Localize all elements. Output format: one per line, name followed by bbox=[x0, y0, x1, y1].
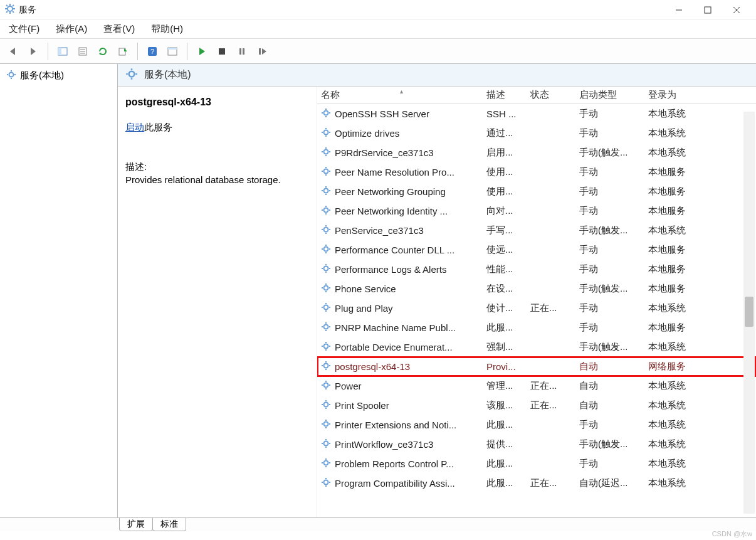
service-desc: Provi... bbox=[483, 361, 527, 372]
service-row[interactable]: Performance Counter DLL ...使远...手动本地服务 bbox=[317, 240, 756, 260]
svg-point-129 bbox=[324, 442, 328, 446]
service-start: 手动(触发... bbox=[575, 147, 644, 159]
gear-icon bbox=[321, 225, 331, 236]
service-start: 手动 bbox=[575, 322, 644, 334]
service-start: 手动 bbox=[575, 244, 644, 256]
service-start: 手动(触发... bbox=[575, 341, 644, 353]
service-row[interactable]: Peer Name Resolution Pro...使用...手动本地服务 bbox=[317, 162, 756, 182]
service-name: Print Spooler bbox=[335, 400, 389, 411]
svg-point-0 bbox=[8, 6, 13, 11]
gear-icon bbox=[321, 458, 331, 470]
service-row[interactable]: Peer Networking Grouping使用...手动本地服务 bbox=[317, 182, 756, 201]
back-button[interactable] bbox=[4, 42, 23, 61]
list-header: ▴名称 描述 状态 启动类型 登录为 bbox=[317, 87, 756, 104]
menu-view[interactable]: 查看(V) bbox=[101, 21, 137, 37]
service-name: Peer Networking Grouping bbox=[335, 186, 446, 197]
menu-help[interactable]: 帮助(H) bbox=[149, 21, 186, 37]
maximize-button[interactable] bbox=[693, 0, 722, 20]
service-name: Plug and Play bbox=[335, 303, 393, 314]
svg-point-44 bbox=[324, 111, 328, 115]
service-row[interactable]: PenService_ce371c3手写...手动(触发...本地系统 bbox=[317, 221, 756, 240]
toolbar: ? bbox=[0, 39, 756, 64]
start-service-button[interactable] bbox=[192, 42, 211, 61]
svg-point-69 bbox=[324, 208, 328, 213]
service-row[interactable]: Optimize drives通过...手动本地系统 bbox=[317, 124, 756, 143]
menu-file[interactable]: 文件(F) bbox=[6, 21, 42, 37]
properties-button[interactable] bbox=[73, 42, 92, 61]
service-status: 正在... bbox=[527, 477, 575, 489]
svg-point-134 bbox=[324, 461, 328, 465]
vertical-scrollbar[interactable] bbox=[743, 112, 755, 514]
close-button[interactable] bbox=[722, 0, 751, 20]
show-hide-tree-button[interactable] bbox=[53, 42, 72, 61]
svg-rect-10 bbox=[705, 7, 711, 13]
svg-line-6 bbox=[13, 11, 14, 13]
gear-icon bbox=[321, 186, 331, 198]
right-content: postgresql-x64-13 启动此服务 描述: Provides rel… bbox=[118, 87, 756, 517]
app-gear-icon bbox=[5, 4, 15, 16]
svg-point-64 bbox=[324, 189, 328, 193]
service-row[interactable]: PrintWorkflow_ce371c3提供...手动(触发...本地系统 bbox=[317, 435, 756, 454]
service-row[interactable]: Power管理...正在...自动本地系统 bbox=[317, 376, 756, 396]
restart-service-button[interactable] bbox=[253, 42, 271, 61]
svg-point-124 bbox=[324, 422, 328, 426]
col-header-login[interactable]: 登录为 bbox=[644, 89, 756, 101]
gear-icon bbox=[321, 341, 331, 353]
forward-button[interactable] bbox=[24, 42, 43, 61]
service-row[interactable]: Plug and Play使计...正在...手动本地系统 bbox=[317, 299, 756, 318]
service-start: 自动 bbox=[575, 361, 644, 373]
start-service-link[interactable]: 启动 bbox=[125, 122, 144, 132]
gear-icon bbox=[321, 322, 331, 334]
col-header-desc[interactable]: 描述 bbox=[483, 89, 527, 101]
service-row[interactable]: Program Compatibility Assi...此服...正在...自… bbox=[317, 474, 756, 493]
service-row[interactable]: P9RdrService_ce371c3启用...手动(触发...本地系统 bbox=[317, 143, 756, 162]
service-row[interactable]: Problem Reports Control P...此服...手动本地系统 bbox=[317, 454, 756, 474]
svg-point-99 bbox=[324, 325, 328, 329]
service-row[interactable]: Performance Logs & Alerts性能...手动本地服务 bbox=[317, 260, 756, 279]
start-rest: 此服务 bbox=[144, 122, 172, 132]
service-start: 手动(触发... bbox=[575, 283, 644, 295]
service-row[interactable]: Print Spooler该服...正在...自动本地系统 bbox=[317, 396, 756, 415]
tree-node-services-local[interactable]: 服务(本地) bbox=[0, 68, 117, 83]
service-row[interactable]: Phone Service在设...手动(触发...本地服务 bbox=[317, 279, 756, 299]
service-login: 本地系统 bbox=[644, 438, 756, 450]
service-row[interactable]: PNRP Machine Name Publ...此服...手动本地服务 bbox=[317, 318, 756, 337]
service-start: 手动 bbox=[575, 458, 644, 470]
pause-service-button[interactable] bbox=[233, 42, 251, 61]
svg-point-104 bbox=[324, 344, 328, 349]
service-desc: 性能... bbox=[483, 263, 527, 275]
menubar: 文件(F) 操作(A) 查看(V) 帮助(H) bbox=[0, 20, 756, 39]
col-header-status[interactable]: 状态 bbox=[527, 89, 575, 101]
minimize-button[interactable] bbox=[664, 0, 693, 20]
service-row[interactable]: postgresql-x64-13Provi...自动网络服务 bbox=[317, 357, 756, 376]
tab-extended[interactable]: 扩展 bbox=[119, 518, 153, 531]
service-desc: 使远... bbox=[483, 244, 527, 256]
svg-point-84 bbox=[324, 267, 328, 271]
refresh-button[interactable] bbox=[93, 42, 112, 61]
view-tabs: 扩展 标准 bbox=[0, 517, 756, 531]
help-button[interactable]: ? bbox=[143, 42, 162, 61]
col-header-name[interactable]: ▴名称 bbox=[317, 89, 483, 101]
svg-line-5 bbox=[6, 5, 8, 6]
service-name: PenService_ce371c3 bbox=[335, 225, 424, 236]
gear-icon bbox=[321, 400, 331, 411]
col-header-start[interactable]: 启动类型 bbox=[575, 89, 644, 101]
service-row[interactable]: Peer Networking Identity ...向对...手动本地服务 bbox=[317, 201, 756, 221]
service-login: 本地系统 bbox=[644, 380, 756, 392]
selected-service-name: postgresql-x64-13 bbox=[125, 97, 309, 108]
gear-icon bbox=[321, 166, 331, 178]
service-login: 本地系统 bbox=[644, 419, 756, 431]
stop-service-button[interactable] bbox=[213, 42, 231, 61]
tab-standard[interactable]: 标准 bbox=[152, 518, 186, 531]
service-row[interactable]: OpenSSH SSH ServerSSH ...手动本地系统 bbox=[317, 104, 756, 124]
scrollbar-thumb[interactable] bbox=[745, 297, 753, 327]
svg-marker-33 bbox=[262, 48, 266, 55]
service-name: Peer Name Resolution Pro... bbox=[335, 167, 454, 177]
service-login: 本地系统 bbox=[644, 127, 756, 139]
service-row[interactable]: Portable Device Enumerat...强制...手动(触发...… bbox=[317, 337, 756, 357]
service-row[interactable]: Printer Extensions and Noti...此服...手动本地系… bbox=[317, 415, 756, 435]
view-button[interactable] bbox=[163, 42, 182, 61]
menu-action[interactable]: 操作(A) bbox=[53, 21, 90, 37]
titlebar: 服务 bbox=[0, 0, 756, 20]
export-list-button[interactable] bbox=[113, 42, 132, 61]
